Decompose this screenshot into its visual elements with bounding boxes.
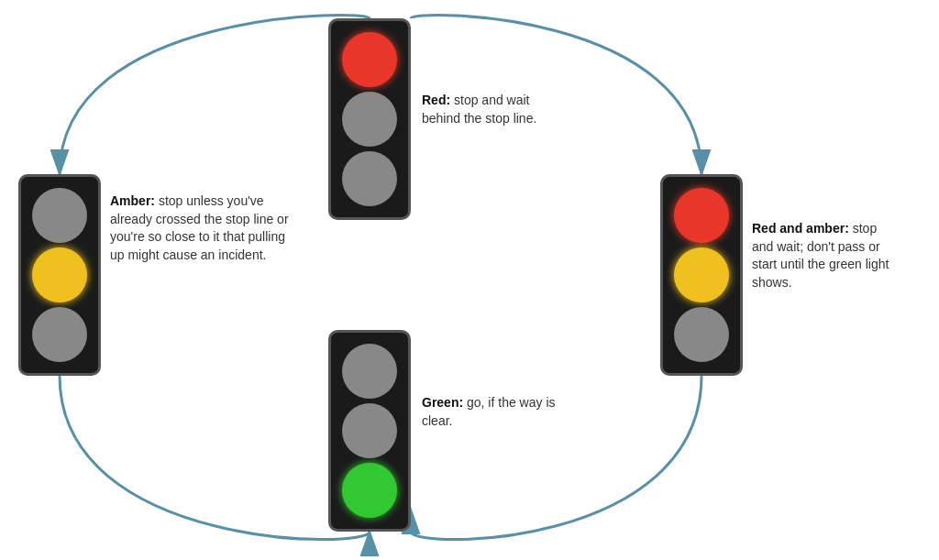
- label-amber: Amber: stop unless you've already crosse…: [110, 192, 293, 264]
- label-red: Red: stop and wait behind the stop line.: [422, 92, 569, 127]
- amber-bulb-top: [342, 92, 397, 147]
- traffic-light-red-amber: [660, 174, 743, 376]
- label-red-amber: Red and amber: stop and wait; don't pass…: [752, 220, 899, 291]
- green-bulb-bottom: [342, 463, 397, 518]
- red-bulb-top: [342, 32, 397, 87]
- amber-bulb-right: [674, 247, 729, 302]
- label-amber-title: Amber:: [110, 193, 155, 208]
- red-bulb-right: [674, 188, 729, 243]
- label-red-amber-title: Red and amber:: [752, 221, 849, 236]
- amber-bulb-bottom: [342, 403, 397, 458]
- label-red-title: Red:: [422, 93, 450, 107]
- label-green: Green: go, if the way is clear.: [422, 394, 569, 430]
- red-bulb-bottom: [342, 344, 397, 399]
- label-green-title: Green:: [422, 395, 463, 410]
- traffic-light-green: [328, 330, 411, 532]
- traffic-light-amber: [18, 174, 101, 376]
- traffic-light-red: [328, 18, 411, 220]
- green-bulb-top: [342, 151, 397, 206]
- green-bulb-right: [674, 307, 729, 362]
- amber-bulb-left: [32, 247, 87, 302]
- traffic-light-diagram: Red: stop and wait behind the stop line.…: [0, 0, 939, 560]
- green-bulb-left: [32, 307, 87, 362]
- red-bulb-left: [32, 188, 87, 243]
